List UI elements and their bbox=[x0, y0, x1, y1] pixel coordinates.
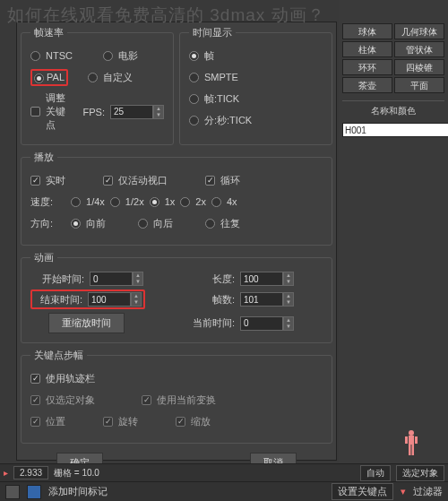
radio-dir-back[interactable] bbox=[138, 219, 148, 229]
chk-sel-only[interactable] bbox=[30, 395, 40, 405]
key-filter-icon[interactable]: ▾ bbox=[401, 486, 406, 497]
time-display-group: 时间显示 帧 SMPTE 帧:TICK 分:秒:TICK bbox=[179, 26, 332, 145]
chk-pos[interactable] bbox=[30, 417, 40, 427]
filter-label[interactable]: 过滤器 bbox=[413, 485, 443, 498]
svg-rect-4 bbox=[409, 445, 411, 455]
label-custom: 自定义 bbox=[103, 71, 133, 84]
playback-group: 播放 实时 仅活动视口 循环 速度: 1/4x 1/2x 1x 2x 4x 方向… bbox=[21, 151, 332, 246]
svg-rect-3 bbox=[415, 436, 418, 444]
track-icon[interactable] bbox=[5, 485, 20, 499]
start-time-input[interactable] bbox=[90, 272, 133, 286]
label-frametick: 帧:TICK bbox=[204, 92, 239, 106]
label-fps: FPS: bbox=[83, 107, 105, 117]
command-panel: 球体 几何球体 柱体 管状体 环环 四棱锥 茶壶 平面 名称和颜色 bbox=[339, 0, 448, 466]
selection-mode[interactable]: 选定对象 bbox=[396, 465, 444, 481]
set-key-button[interactable]: 设置关键点 bbox=[332, 483, 393, 500]
end-spinner[interactable]: ▲▼ bbox=[131, 292, 142, 307]
name-color-header: 名称和颜色 bbox=[342, 105, 444, 117]
fps-spinner[interactable]: ▲▼ bbox=[153, 105, 164, 119]
radio-minsectick[interactable] bbox=[189, 116, 199, 125]
label-adjust-keys: 调整关键点 bbox=[46, 91, 73, 132]
label-frame: 帧 bbox=[204, 49, 214, 63]
radio-dir-fwd[interactable] bbox=[71, 219, 81, 229]
prim-cylinder[interactable]: 柱体 bbox=[342, 41, 392, 57]
key-icon[interactable] bbox=[27, 485, 41, 499]
rescale-time-button[interactable]: 重缩放时间 bbox=[48, 313, 125, 333]
radio-smpte[interactable] bbox=[189, 73, 199, 82]
animation-legend: 动画 bbox=[30, 251, 57, 264]
keysteps-legend: 关键点步幅 bbox=[30, 349, 87, 362]
end-time-input[interactable] bbox=[88, 292, 131, 307]
chk-use-trackbar[interactable] bbox=[30, 374, 40, 384]
auto-key-button[interactable]: 自动 bbox=[360, 465, 391, 481]
radio-speed-1-2[interactable] bbox=[110, 197, 120, 207]
chk-adjust-keys[interactable] bbox=[30, 107, 40, 117]
status-grid: 栅格 = 10.0 bbox=[54, 467, 99, 479]
radio-frame[interactable] bbox=[189, 51, 199, 61]
lock-icon: ▸ bbox=[4, 468, 8, 478]
bottom-toolbar: 添加时间标记 设置关键点 ▾ 过滤器 bbox=[0, 481, 448, 501]
label-minsectick: 分:秒:TICK bbox=[204, 114, 252, 127]
time-config-dialog: 帧速率 NTSC 电影 PAL 自定义 调整关键点 FPS: ▲▼ 时间显示 帧… bbox=[16, 22, 337, 461]
label-speed: 速度: bbox=[30, 195, 53, 209]
prim-sphere[interactable]: 球体 bbox=[342, 23, 392, 39]
length-input[interactable] bbox=[240, 272, 283, 286]
chk-loop[interactable] bbox=[205, 176, 215, 186]
label-length: 长度: bbox=[181, 272, 235, 286]
chk-active-only[interactable] bbox=[103, 176, 113, 186]
radio-ntsc[interactable] bbox=[30, 51, 40, 61]
start-spinner[interactable]: ▲▼ bbox=[133, 272, 143, 286]
current-spinner[interactable]: ▲▼ bbox=[283, 316, 294, 331]
label-end-time: 结束时间: bbox=[34, 293, 82, 307]
count-spinner[interactable]: ▲▼ bbox=[283, 292, 294, 307]
highlight-end-time: 结束时间:▲▼ bbox=[30, 289, 145, 309]
status-x: 2.933 bbox=[13, 466, 48, 479]
radio-speed-1-4[interactable] bbox=[71, 197, 81, 207]
label-realtime: 实时 bbox=[46, 174, 65, 187]
keysteps-group: 关键点步幅 使用轨迹栏 仅选定对象 使用当前变换 位置 旋转 缩放 bbox=[21, 349, 332, 444]
time-display-legend: 时间显示 bbox=[189, 26, 236, 39]
highlight-pal: PAL bbox=[30, 69, 68, 86]
radio-speed-4[interactable] bbox=[211, 197, 221, 207]
prim-pyramid[interactable]: 四棱锥 bbox=[394, 59, 444, 75]
animation-group: 动画 开始时间:▲▼ 长度:▲▼ 结束时间:▲▼ 帧数:▲▼ 重缩放时间 当前时… bbox=[21, 251, 332, 343]
radio-film[interactable] bbox=[103, 51, 113, 61]
radio-frametick[interactable] bbox=[189, 94, 199, 104]
chk-use-current[interactable] bbox=[142, 395, 151, 405]
radio-custom[interactable] bbox=[88, 73, 98, 82]
length-spinner[interactable]: ▲▼ bbox=[283, 272, 294, 286]
frame-rate-group: 帧速率 NTSC 电影 PAL 自定义 调整关键点 FPS: ▲▼ bbox=[21, 26, 174, 145]
prim-geosphere[interactable]: 几何球体 bbox=[394, 23, 444, 39]
radio-dir-pp[interactable] bbox=[205, 219, 215, 229]
label-smpte: SMPTE bbox=[204, 72, 238, 82]
radio-pal[interactable] bbox=[34, 73, 44, 83]
add-time-marker[interactable]: 添加时间标记 bbox=[48, 485, 108, 498]
name-color-section: 名称和颜色 bbox=[342, 100, 444, 137]
svg-rect-5 bbox=[412, 445, 415, 455]
fps-input[interactable] bbox=[110, 105, 153, 119]
primitive-grid: 球体 几何球体 柱体 管状体 环环 四棱锥 茶壶 平面 bbox=[342, 23, 444, 93]
object-name-input[interactable] bbox=[342, 123, 448, 137]
chk-rot[interactable] bbox=[103, 417, 113, 427]
label-film: 电影 bbox=[118, 49, 138, 63]
chk-scale[interactable] bbox=[176, 417, 185, 427]
chk-realtime[interactable] bbox=[30, 176, 40, 186]
prim-torus[interactable]: 环环 bbox=[342, 59, 392, 75]
frame-rate-legend: 帧速率 bbox=[30, 26, 67, 39]
frame-count-input[interactable] bbox=[240, 292, 283, 307]
overlay-question-text: 如何在线观看免费高清的 3dmax 动画？ bbox=[7, 4, 325, 27]
label-loop: 循环 bbox=[220, 174, 240, 187]
label-use-trackbar: 使用轨迹栏 bbox=[46, 372, 95, 385]
current-time-input[interactable] bbox=[240, 316, 283, 331]
radio-speed-1[interactable] bbox=[150, 197, 159, 207]
prim-teapot[interactable]: 茶壶 bbox=[342, 77, 392, 93]
label-frame-count: 帧数: bbox=[181, 293, 235, 307]
label-current-time: 当前时间: bbox=[181, 316, 235, 330]
prim-plane[interactable]: 平面 bbox=[394, 77, 444, 93]
status-bar: ▸ 2.933 栅格 = 10.0 自动 选定对象 bbox=[0, 463, 448, 481]
label-start-time: 开始时间: bbox=[30, 272, 84, 286]
label-direction: 方向: bbox=[30, 217, 53, 230]
prim-tube[interactable]: 管状体 bbox=[394, 41, 444, 57]
radio-speed-2[interactable] bbox=[180, 197, 190, 207]
biped-figure bbox=[401, 429, 421, 462]
